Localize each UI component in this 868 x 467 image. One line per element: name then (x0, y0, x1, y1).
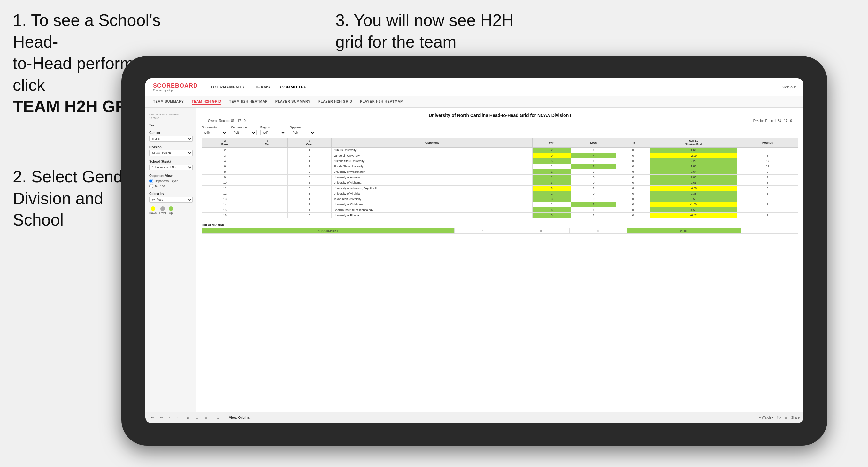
sub-nav-team-h2h-heatmap[interactable]: TEAM H2H HEATMAP (229, 98, 268, 105)
cell-win: 2 (532, 148, 571, 153)
opponents-filter-select[interactable]: (All) (202, 130, 227, 135)
cell-opponent: Texas Tech University (332, 196, 532, 202)
cell-reg (248, 186, 287, 191)
copy-btn[interactable]: ⊞ (185, 415, 191, 420)
sign-out-link[interactable]: | Sign out (780, 85, 796, 89)
cell-rank: 10 (202, 180, 248, 186)
cell-rounds: 9 (737, 196, 798, 202)
sub-nav-player-h2h-grid[interactable]: PLAYER H2H GRID (318, 98, 352, 105)
cell-conf: 3 (287, 175, 332, 180)
up-color-dot (169, 206, 173, 211)
gender-select[interactable]: Men's (149, 136, 193, 142)
view-label[interactable]: View: Original (229, 416, 250, 419)
ood-division: NCAA Division II (202, 228, 455, 234)
sub-nav: TEAM SUMMARY TEAM H2H GRID TEAM H2H HEAT… (145, 96, 803, 107)
opponents-filter: Opponents: (All) (202, 126, 227, 135)
color-legend: Down Level Up (149, 206, 193, 215)
ood-loss: 0 (512, 228, 569, 234)
cell-tie: 0 (616, 164, 650, 169)
cell-reg (248, 175, 287, 180)
table-row: 12 3 University of Virginia 1 0 0 2.33 3 (202, 191, 798, 196)
top-100-option[interactable]: Top 100 (149, 184, 193, 188)
opponents-played-option[interactable]: Opponents Played (149, 179, 193, 183)
nav-tournaments[interactable]: TOURNAMENTS (211, 83, 244, 91)
cell-conf: 2 (287, 169, 332, 175)
nav-teams[interactable]: TEAMS (255, 83, 270, 91)
cell-diff: 1.83 (650, 164, 737, 169)
table-row: 16 3 University of Florida 3 1 0 -6.42 9 (202, 213, 798, 218)
col-opponent: Opponent (332, 138, 532, 148)
cell-opponent: Vanderbilt University (332, 153, 532, 158)
undo-btn[interactable]: ↩ (149, 415, 156, 420)
out-of-division-title: Out of division (202, 223, 798, 227)
clock-btn[interactable]: ⊙ (215, 415, 221, 420)
level-color-dot (160, 206, 165, 211)
sidebar: Last Updated: 27/03/2024 16:55:38 Team G… (145, 107, 196, 412)
cell-win: 3 (532, 196, 571, 202)
division-section: Division NCAA Division I (149, 145, 193, 156)
cell-opponent: Florida State University (332, 164, 532, 169)
cell-diff: -2.29 (650, 153, 737, 158)
table-row: 2 1 Auburn University 2 1 0 1.67 9 (202, 148, 798, 153)
cell-tie: 0 (616, 175, 650, 180)
cell-win: 6 (532, 207, 571, 213)
cell-win: 0 (532, 186, 571, 191)
team-section: Team (149, 124, 193, 127)
cell-rank: 4 (202, 158, 248, 164)
colour-label: Colour by (149, 192, 193, 195)
cell-tie: 0 (616, 213, 650, 218)
gender-section: Gender Men's (149, 131, 193, 142)
cell-win: 1 (532, 175, 571, 180)
cell-reg (248, 207, 287, 213)
conference-filter-select[interactable]: (All) (231, 130, 256, 135)
table-row: 6 2 Florida State University 1 2 0 1.83 … (202, 164, 798, 169)
cell-rounds: 8 (737, 153, 798, 158)
cell-diff: 4.50 (650, 207, 737, 213)
cell-opponent: University of Arizona (332, 175, 532, 180)
opponent-filter: Opponent (All) (290, 126, 315, 135)
cell-rank: 11 (202, 186, 248, 191)
cell-rank: 2 (202, 148, 248, 153)
cell-diff: 2.29 (650, 158, 737, 164)
opponent-filter-select[interactable]: (All) (290, 130, 315, 135)
col-conf: #Conf (287, 138, 332, 148)
cell-rounds: 9 (737, 148, 798, 153)
col-tie: Tie (616, 138, 650, 148)
cell-diff: -1.00 (650, 202, 737, 207)
cell-conf: 1 (287, 148, 332, 153)
last-updated: Last Updated: 27/03/2024 16:55:38 (149, 113, 193, 120)
cell-rank: 15 (202, 207, 248, 213)
cell-rank: 14 (202, 202, 248, 207)
top-100-radio[interactable] (149, 184, 153, 188)
back-btn[interactable]: ‹ (167, 415, 172, 420)
redo-btn[interactable]: ↪ (158, 415, 164, 420)
cell-opponent: University of Florida (332, 213, 532, 218)
col-loss: Loss (571, 138, 616, 148)
region-filter-select[interactable]: (All) (260, 130, 286, 135)
nav-committee[interactable]: COMMITTEE (280, 83, 307, 91)
cell-tie: 0 (616, 186, 650, 191)
opponents-played-radio[interactable] (149, 179, 153, 183)
present-btn[interactable]: ⊞ (785, 416, 787, 419)
share-btn[interactable]: Share (791, 416, 800, 419)
watch-btn[interactable]: 👁 Watch ▾ (758, 416, 773, 419)
comment-btn[interactable]: 💬 (777, 416, 781, 419)
filters-row: Opponents: (All) Conference (All) Region (202, 126, 798, 135)
division-label: Division (149, 145, 193, 149)
paste-btn[interactable]: ⊡ (194, 415, 200, 420)
cell-diff: -4.33 (650, 186, 737, 191)
cell-win: 5 (532, 158, 571, 164)
school-select[interactable]: 1. University of Nort... (149, 164, 193, 170)
colour-select[interactable]: Win/loss (149, 197, 193, 203)
sub-nav-player-summary[interactable]: PLAYER SUMMARY (275, 98, 311, 105)
table-header-row: #Rank #Reg #Conf Opponent Win Loss Tie D… (202, 138, 798, 148)
sub-nav-player-h2h-heatmap[interactable]: PLAYER H2H HEATMAP (360, 98, 403, 105)
cell-opponent: Georgia Institute of Technology (332, 207, 532, 213)
cell-win: 3 (532, 213, 571, 218)
division-select[interactable]: NCAA Division I (149, 150, 193, 156)
grid-btn[interactable]: ⊞ (203, 415, 209, 420)
forward-btn[interactable]: › (175, 415, 179, 420)
sub-nav-team-h2h-grid[interactable]: TEAM H2H GRID (192, 98, 221, 105)
gender-label: Gender (149, 131, 193, 134)
sub-nav-team-summary[interactable]: TEAM SUMMARY (153, 98, 184, 105)
